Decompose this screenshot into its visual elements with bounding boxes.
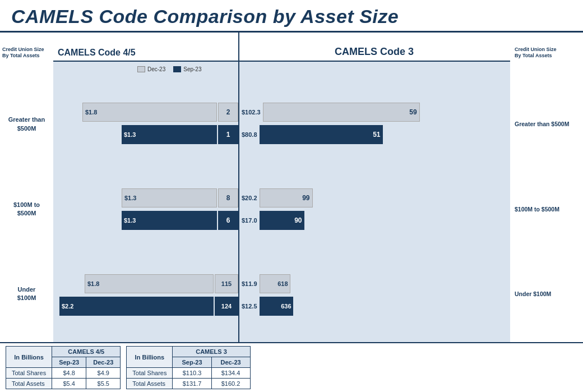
right-labels-col: Credit Union Size By Total Assets Greate… xyxy=(510,33,583,342)
val-100-500-dark-left: $1.3 xyxy=(124,217,136,224)
right-header-line1: Credit Union Size xyxy=(515,47,581,53)
table-camels45: In Billions CAMELS 4/5 Sep-23 Dec-23 Tot… xyxy=(6,346,121,389)
left-label-100-500: $100M to$500M xyxy=(0,201,53,218)
table-left-header: In Billions xyxy=(6,347,52,368)
table-right-header: In Billions xyxy=(127,347,173,368)
vertical-divider xyxy=(238,33,239,342)
table-camels45-row1-sep23: $4.8 xyxy=(52,368,86,379)
val-100-500-light-right-label: $20.2 xyxy=(242,195,257,201)
left-col-header-area: Credit Union Size By Total Assets xyxy=(0,33,53,62)
left-bar-under100-light: $1.8 115 xyxy=(53,274,238,293)
table-camels3-row2-sep23: $131.7 xyxy=(173,379,211,389)
table-camels45-col-sep23: Sep-23 xyxy=(52,357,86,368)
table-camels45-row2-dec23: $5.5 xyxy=(86,379,121,389)
count-under100-dark: 124 xyxy=(215,297,238,316)
val-under100-dark-right-label: $12.5 xyxy=(242,303,257,310)
table-camels3-row1-sep23: $110.3 xyxy=(173,368,211,379)
count-gt500-light: 2 xyxy=(218,103,238,122)
right-group-labels: Greater than $500M $100M to $500M Under … xyxy=(510,76,583,342)
camels45-label: CAMELS Code 4/5 xyxy=(58,48,136,57)
left-labels-col: Credit Union Size By Total Assets Greate… xyxy=(0,33,53,342)
table-camels3: In Billions CAMELS 3 Sep-23 Dec-23 Total… xyxy=(126,346,250,389)
bar-fill-100-500-dark: $1.3 xyxy=(122,211,217,230)
count-100-500-light-right: 99 xyxy=(302,194,309,202)
table-row: Total Assets $131.7 $160.2 xyxy=(127,379,250,389)
val-gt500-light-right-label: $102.3 xyxy=(242,109,261,116)
count-gt500-dark: 1 xyxy=(218,125,238,144)
left-group-labels: Greater than$500M $100M to$500M Under$10… xyxy=(0,76,53,342)
bar-fill-under100-dark: $2.2 xyxy=(59,297,214,316)
table-camels3-row1-dec23: $134.4 xyxy=(211,368,250,379)
table-camels3-col-sep23: Sep-23 xyxy=(173,357,211,368)
count-under100-light-right: 618 xyxy=(277,280,288,287)
bar-fill-gt500-dark-right: 51 xyxy=(260,125,383,144)
bar-fill-100-500-light: $1.3 xyxy=(122,188,217,207)
left-bar-100-500-light: $1.3 8 xyxy=(53,188,238,207)
right-legend-spacer xyxy=(510,62,583,76)
left-bar-100-500-dark: $1.3 6 xyxy=(53,211,238,230)
chart-headers: CAMELS Code 4/5 CAMELS Code 3 xyxy=(53,33,510,62)
legend-spacer xyxy=(0,62,53,76)
table-camels3-main-header: CAMELS 3 xyxy=(173,347,250,357)
group-100-500: $1.3 8 $20.2 99 xyxy=(53,188,510,230)
bar-fill-gt500-dark: $1.3 xyxy=(122,125,217,144)
legend-sep23-box xyxy=(173,66,181,72)
val-under100-light-right-label: $11.9 xyxy=(242,280,257,287)
bar-row-100-500-light: $1.3 8 $20.2 99 xyxy=(53,188,510,208)
count-gt500-dark-right: 51 xyxy=(373,131,380,139)
legend-dec23-label: Dec-23 xyxy=(147,66,165,72)
right-bar-under100-light: $11.9 618 xyxy=(238,274,510,293)
left-label-under100: Under$100M xyxy=(0,285,53,303)
legend-sep23: Sep-23 xyxy=(173,66,201,72)
bar-row-100-500-dark: $1.3 6 $17.0 90 xyxy=(53,210,510,230)
bar-row-gt500-light: $1.8 2 $102.3 59 xyxy=(53,102,510,122)
legend-dec23-box xyxy=(137,66,145,72)
right-bar-under100-dark: $12.5 636 xyxy=(238,297,510,316)
legend: Dec-23 Sep-23 xyxy=(53,62,510,76)
table-camels45-row1-dec23: $4.9 xyxy=(86,368,121,379)
bar-fill-100-500-light-right: 99 xyxy=(260,188,313,207)
left-label-gt500: Greater than$500M xyxy=(0,116,53,133)
bar-row-under100-light: $1.8 115 $11.9 618 xyxy=(53,274,510,294)
val-under100-dark-left: $2.2 xyxy=(62,303,73,310)
bar-row-gt500-dark: $1.3 1 $80.8 51 xyxy=(53,124,510,145)
left-header-line1: Credit Union Size xyxy=(2,47,51,53)
count-under100-dark-right: 636 xyxy=(281,303,291,310)
left-header-line2: By Total Assets xyxy=(2,53,51,59)
left-bar-gt500-dark: $1.3 1 xyxy=(53,125,238,144)
page-title: CAMELS Code Comparison by Asset Size xyxy=(11,6,572,27)
page: CAMELS Code Comparison by Asset Size Cre… xyxy=(0,0,583,392)
table-row: Total Shares $110.3 $134.4 xyxy=(127,368,250,379)
count-100-500-dark-right: 90 xyxy=(294,216,302,224)
table-camels45-col-dec23: Dec-23 xyxy=(86,357,121,368)
table-camels45-row1-label: Total Shares xyxy=(6,368,52,379)
right-bar-gt500-dark: $80.8 51 xyxy=(238,125,510,144)
val-under100-light-left: $1.8 xyxy=(87,280,99,287)
bar-fill-under100-light: $1.8 xyxy=(85,274,214,293)
right-bar-gt500-light: $102.3 59 xyxy=(238,103,510,122)
right-col-header-area: Credit Union Size By Total Assets xyxy=(510,33,583,62)
val-gt500-dark-left: $1.3 xyxy=(124,131,136,138)
table-camels45-main-header: CAMELS 4/5 xyxy=(52,347,121,357)
count-100-500-dark: 6 xyxy=(218,211,238,230)
val-gt500-light-left: $1.8 xyxy=(85,109,97,116)
table-camels3-col-dec23: Dec-23 xyxy=(211,357,250,368)
group-gt500: $1.8 2 $102.3 59 xyxy=(53,102,510,145)
table-row: Total Assets $5.4 $5.5 xyxy=(6,379,121,389)
bar-fill-100-500-dark-right: 90 xyxy=(260,211,304,230)
table-camels3-row2-label: Total Assets xyxy=(127,379,173,389)
count-gt500-light-right: 59 xyxy=(409,108,417,116)
camels45-header: CAMELS Code 4/5 xyxy=(53,48,238,61)
camels3-header: CAMELS Code 3 xyxy=(238,46,510,61)
val-gt500-dark-right-label: $80.8 xyxy=(242,131,257,138)
count-100-500-light: 8 xyxy=(218,188,238,207)
bar-fill-gt500-light: $1.8 xyxy=(82,103,217,122)
camels3-label: CAMELS Code 3 xyxy=(335,46,414,58)
right-bar-100-500-dark: $17.0 90 xyxy=(238,211,510,230)
bar-row-under100-dark: $2.2 124 $12.5 636 xyxy=(53,296,510,316)
table-camels3-row1-label: Total Shares xyxy=(127,368,173,379)
left-bar-under100-dark: $2.2 124 xyxy=(53,297,238,316)
right-bar-100-500-light: $20.2 99 xyxy=(238,188,510,207)
table-row: Total Shares $4.8 $4.9 xyxy=(6,368,121,379)
bar-fill-gt500-light-right: 59 xyxy=(263,103,420,122)
